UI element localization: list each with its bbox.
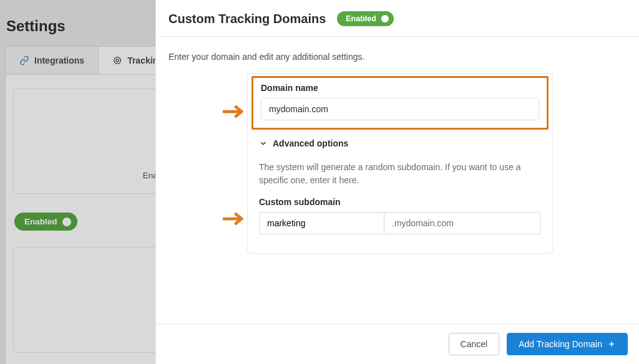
- form-panel: Domain name Advanced options The system …: [247, 73, 553, 254]
- subdomain-input[interactable]: [259, 212, 384, 234]
- plus-icon: [607, 340, 616, 348]
- modal-enabled-toggle[interactable]: Enabled: [337, 11, 394, 26]
- annotation-arrow-icon: [223, 105, 246, 118]
- subdomain-suffix: .mydomain.com: [384, 212, 541, 234]
- modal-title: Custom Tracking Domains: [168, 12, 326, 26]
- enabled-label: Enabled: [346, 14, 376, 23]
- domain-name-input[interactable]: [261, 98, 539, 120]
- custom-tracking-modal: Custom Tracking Domains Enabled Enter yo…: [155, 0, 639, 364]
- annotation-arrow-icon: [223, 212, 246, 226]
- advanced-label: Advanced options: [273, 138, 348, 148]
- subdomain-row: .mydomain.com: [259, 212, 541, 234]
- add-tracking-domain-button[interactable]: Add Tracking Domain: [507, 333, 628, 355]
- advanced-options-toggle[interactable]: Advanced options: [259, 132, 541, 152]
- domain-name-label: Domain name: [261, 83, 539, 93]
- modal-footer: Cancel Add Tracking Domain: [156, 323, 639, 364]
- button-label: Add Tracking Domain: [519, 339, 602, 349]
- subdomain-label: Custom subdomain: [259, 197, 541, 207]
- button-label: Cancel: [461, 339, 488, 349]
- chevron-down-icon: [259, 139, 268, 148]
- advanced-help-text: The system will generate a random subdom…: [259, 161, 541, 187]
- cancel-button[interactable]: Cancel: [449, 333, 500, 355]
- instruction-text: Enter your domain and edit any additiona…: [168, 52, 627, 62]
- domain-name-group: Domain name: [251, 76, 549, 130]
- modal-header: Custom Tracking Domains Enabled: [156, 0, 639, 37]
- toggle-dot-icon: [381, 15, 389, 22]
- modal-body: Enter your domain and edit any additiona…: [156, 37, 639, 323]
